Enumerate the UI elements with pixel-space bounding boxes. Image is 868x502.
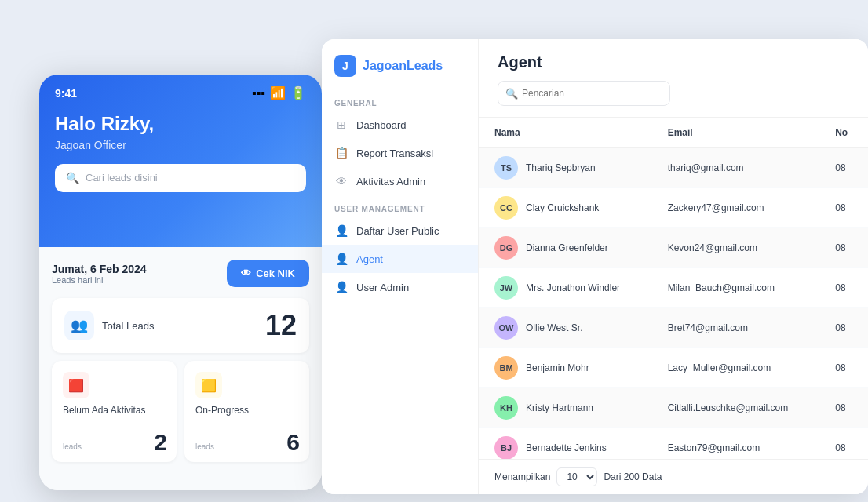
sidebar-label-user-admin: User Admin [356, 282, 409, 293]
desktop-panel: J JagoanLeads GENERAL ⊞ Dashboard 📋 Repo… [322, 39, 868, 494]
cell-email: Milan_Bauch@gmail.com [652, 268, 820, 308]
card-on-progress: 🟨 On-Progress 6 leads [184, 361, 309, 462]
sidebar-item-agent[interactable]: 👤 Agent [322, 245, 478, 273]
avatar: TS [494, 156, 518, 180]
status-time: 9:41 [55, 87, 77, 100]
cek-nik-icon: 👁 [241, 267, 251, 279]
total-leads-left: 👥 Total Leads [64, 311, 155, 340]
sidebar-label-dashboard: Dashboard [356, 119, 407, 131]
sidebar-label-report: Report Transaksi [356, 147, 433, 159]
sidebar-item-dashboard[interactable]: ⊞ Dashboard [322, 111, 478, 139]
date-text: Jumat, 6 Feb 2024 [52, 263, 147, 275]
cell-email: thariq@gmail.com [652, 148, 820, 188]
battery-icon: 🔋 [290, 85, 306, 100]
table-row[interactable]: CC Clay Cruickshank Zackery47@gmail.com … [479, 188, 868, 228]
cell-email: Lacy_Muller@gmail.com [652, 348, 820, 388]
avatar: JW [494, 276, 518, 300]
logo-jagoan: Jagoan [363, 59, 407, 72]
col-email: Email [652, 118, 820, 148]
cell-name: KH Kristy Hartmann [479, 388, 652, 428]
sidebar-item-report[interactable]: 📋 Report Transaksi [322, 139, 478, 167]
date-row: Jumat, 6 Feb 2024 Leads hari ini 👁 Cek N… [52, 260, 309, 287]
sidebar: J JagoanLeads GENERAL ⊞ Dashboard 📋 Repo… [322, 39, 479, 494]
search-icon: 🔍 [505, 88, 518, 100]
greeting-text: Halo Rizky, [55, 113, 306, 136]
main-content: Agent 🔍 Nama Email No TS [479, 39, 868, 494]
avatar: BJ [494, 436, 518, 459]
cell-no: 08 [819, 188, 868, 228]
sidebar-label-aktivitas: Aktivitas Admin [356, 176, 425, 187]
sidebar-item-aktivitas[interactable]: 👁 Aktivitas Admin [322, 167, 478, 195]
main-header: Agent 🔍 [479, 39, 868, 118]
search-input[interactable] [498, 81, 670, 106]
sidebar-item-daftar-user[interactable]: 👤 Daftar User Public [322, 216, 478, 245]
mobile-header: 9:41 ▪▪▪ 📶 🔋 Halo Rizky, Jagoan Officer … [39, 75, 322, 247]
agent-name: Bernadette Jenkins [526, 442, 607, 453]
mobile-search-bar[interactable]: 🔍 Cari leads disini [55, 164, 306, 192]
page-title: Agent [498, 53, 849, 71]
cell-name: JW Mrs. Jonathon Windler [479, 268, 652, 308]
mobile-search-icon: 🔍 [66, 172, 79, 184]
wifi-icon: 📶 [270, 85, 286, 100]
daftar-user-icon: 👤 [334, 224, 348, 238]
cell-email: Zackery47@gmail.com [652, 188, 820, 228]
cell-name: BJ Bernadette Jenkins [479, 428, 652, 460]
agent-name: Clay Cruickshank [526, 202, 599, 213]
cell-no: 08 [819, 268, 868, 308]
table-footer: Menampilkan 10 25 50 Dari 200 Data [479, 459, 868, 494]
card1-label: Belum Ada Aktivitas [63, 405, 166, 417]
per-page-select[interactable]: 10 25 50 [556, 467, 597, 486]
leads-icon: 👥 [64, 311, 94, 340]
cell-name: BM Benjamin Mohr [479, 348, 652, 388]
cell-name: OW Ollie West Sr. [479, 308, 652, 348]
status-bar: 9:41 ▪▪▪ 📶 🔋 [55, 85, 306, 100]
total-leads-label: Total Leads [102, 320, 155, 332]
table-row[interactable]: BM Benjamin Mohr Lacy_Muller@gmail.com 0… [479, 348, 868, 388]
status-icons: ▪▪▪ 📶 🔋 [252, 85, 306, 100]
total-leads-count: 12 [265, 309, 297, 342]
col-no: No [819, 118, 868, 148]
agent-name: Ollie West Sr. [526, 322, 582, 333]
cek-nik-button[interactable]: 👁 Cek NIK [227, 260, 309, 287]
cell-email: Easton79@gmail.com [652, 428, 820, 460]
agent-table: Nama Email No TS Thariq Sepbryan thariq@… [479, 118, 868, 459]
section-general: GENERAL [322, 89, 478, 111]
cell-email: Bret74@gmail.com [652, 308, 820, 348]
avatar: DG [494, 236, 518, 260]
total-label: Dari 200 Data [604, 471, 662, 482]
table-row[interactable]: DG Dianna Greenfelder Kevon24@gmail.com … [479, 228, 868, 268]
logo-text: JagoanLeads [363, 59, 443, 73]
agent-name: Kristy Hartmann [526, 402, 593, 413]
agent-table-container: Nama Email No TS Thariq Sepbryan thariq@… [479, 118, 868, 459]
mobile-search-placeholder: Cari leads disini [86, 172, 158, 184]
table-row[interactable]: OW Ollie West Sr. Bret74@gmail.com 08 [479, 308, 868, 348]
sidebar-item-user-admin[interactable]: 👤 User Admin [322, 273, 478, 301]
agent-name: Thariq Sepbryan [526, 162, 596, 173]
table-row[interactable]: BJ Bernadette Jenkins Easton79@gmail.com… [479, 428, 868, 460]
table-row[interactable]: JW Mrs. Jonathon Windler Milan_Bauch@gma… [479, 268, 868, 308]
user-admin-icon: 👤 [334, 280, 348, 294]
card2-count: 6 [286, 429, 300, 456]
col-nama: Nama [479, 118, 652, 148]
cell-no: 08 [819, 388, 868, 428]
avatar: CC [494, 196, 518, 220]
cell-name: DG Dianna Greenfelder [479, 228, 652, 268]
role-text: Jagoan Officer [55, 139, 306, 151]
card1-count: 2 [154, 429, 167, 456]
cell-no: 08 [819, 148, 868, 188]
cell-email: Kevon24@gmail.com [652, 228, 820, 268]
table-row[interactable]: TS Thariq Sepbryan thariq@gmail.com 08 [479, 148, 868, 188]
card2-unit: leads [195, 442, 298, 451]
cell-no: 08 [819, 348, 868, 388]
agent-icon: 👤 [334, 252, 348, 266]
agent-name: Benjamin Mohr [526, 362, 589, 373]
cell-no: 08 [819, 308, 868, 348]
cek-nik-label: Cek NIK [256, 267, 295, 279]
cell-name: CC Clay Cruickshank [479, 188, 652, 228]
sidebar-label-daftar-user: Daftar User Public [356, 225, 439, 237]
sidebar-logo: J JagoanLeads [322, 39, 478, 89]
cell-no: 08 [819, 428, 868, 460]
table-row[interactable]: KH Kristy Hartmann Citlalli.Leuschke@gma… [479, 388, 868, 428]
mobile-body: Jumat, 6 Feb 2024 Leads hari ini 👁 Cek N… [39, 247, 322, 490]
card1-unit: leads [63, 442, 166, 451]
